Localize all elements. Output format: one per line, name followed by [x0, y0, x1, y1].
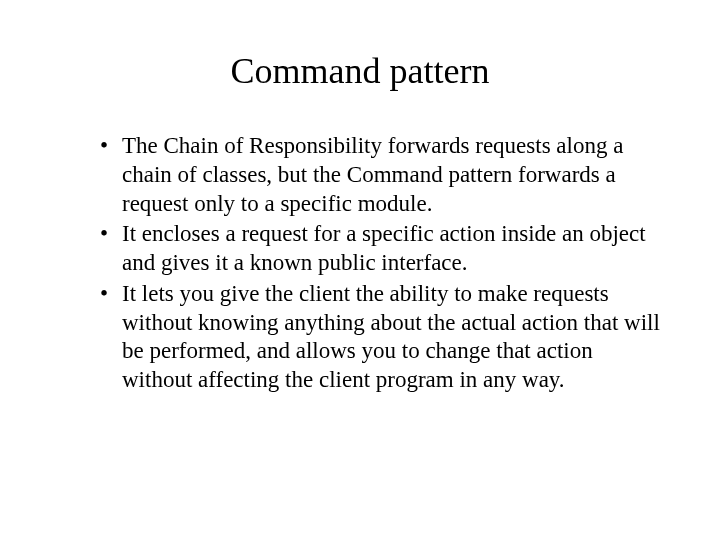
slide-title: Command pattern — [60, 50, 660, 92]
bullet-list: The Chain of Responsibility forwards req… — [60, 132, 660, 395]
bullet-item: The Chain of Responsibility forwards req… — [100, 132, 660, 218]
bullet-item: It encloses a request for a specific act… — [100, 220, 660, 278]
bullet-item: It lets you give the client the ability … — [100, 280, 660, 395]
